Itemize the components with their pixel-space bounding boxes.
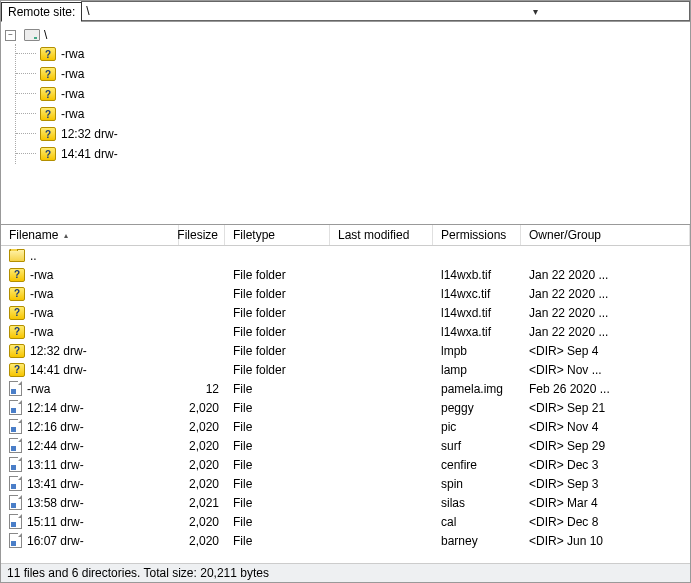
remote-path-combo[interactable]: \ ▾ [81, 1, 690, 21]
file-icon [9, 533, 22, 548]
file-owner: Jan 22 2020 ... [521, 287, 690, 301]
file-type: File folder [225, 363, 330, 377]
file-row[interactable]: ?-rwaFile folderl14wxd.tifJan 22 2020 ..… [1, 303, 690, 322]
file-icon [9, 419, 22, 434]
tree-item[interactable]: ?-rwa [16, 84, 690, 104]
unknown-folder-icon: ? [9, 363, 25, 377]
file-name: 12:14 drw- [27, 401, 84, 415]
tree-collapse-icon[interactable]: − [5, 30, 16, 41]
file-type: File [225, 496, 330, 510]
remote-file-list-pane: Filename ▴ Filesize Filetype Last modifi… [1, 225, 690, 582]
file-type: File [225, 477, 330, 491]
file-row[interactable]: 13:41 drw-2,020Filespin<DIR> Sep 3 [1, 474, 690, 493]
file-list-body[interactable]: ..?-rwaFile folderl14wxb.tifJan 22 2020 … [1, 246, 690, 563]
file-name: 12:44 drw- [27, 439, 84, 453]
file-size: 2,020 [179, 439, 225, 453]
unknown-folder-icon: ? [40, 87, 56, 101]
file-name: -rwa [30, 306, 53, 320]
file-permissions: barney [433, 534, 521, 548]
file-row[interactable]: 16:07 drw-2,020Filebarney<DIR> Jun 10 [1, 531, 690, 550]
file-permissions: peggy [433, 401, 521, 415]
file-name: 16:07 drw- [27, 534, 84, 548]
drive-icon [24, 29, 40, 41]
file-owner: <DIR> Sep 29 [521, 439, 690, 453]
unknown-folder-icon: ? [9, 287, 25, 301]
file-list-header[interactable]: Filename ▴ Filesize Filetype Last modifi… [1, 225, 690, 246]
file-type: File [225, 420, 330, 434]
file-permissions: l14wxa.tif [433, 325, 521, 339]
file-owner: <DIR> Sep 4 [521, 344, 690, 358]
file-permissions: l14wxc.tif [433, 287, 521, 301]
file-name: 13:58 drw- [27, 496, 84, 510]
column-filesize[interactable]: Filesize [179, 225, 225, 245]
file-type: File [225, 534, 330, 548]
column-filename-label: Filename [9, 228, 58, 242]
file-row[interactable]: ?-rwaFile folderl14wxb.tifJan 22 2020 ..… [1, 265, 690, 284]
unknown-folder-icon: ? [40, 107, 56, 121]
tree-item[interactable]: ?-rwa [16, 64, 690, 84]
file-owner: <DIR> Nov 4 [521, 420, 690, 434]
file-name: .. [30, 249, 37, 263]
file-owner: <DIR> Sep 3 [521, 477, 690, 491]
file-permissions: pamela.img [433, 382, 521, 396]
file-owner: <DIR> Nov ... [521, 363, 690, 377]
column-permissions[interactable]: Permissions [433, 225, 521, 245]
file-name: 12:32 drw- [30, 344, 87, 358]
file-owner: <DIR> Jun 10 [521, 534, 690, 548]
chevron-down-icon[interactable]: ▾ [386, 6, 685, 17]
file-size: 2,020 [179, 401, 225, 415]
file-type: File folder [225, 344, 330, 358]
file-name: 15:11 drw- [27, 515, 84, 529]
file-icon [9, 495, 22, 510]
column-last-modified[interactable]: Last modified [330, 225, 433, 245]
file-name: 13:11 drw- [27, 458, 84, 472]
file-permissions: cal [433, 515, 521, 529]
column-owner-group[interactable]: Owner/Group [521, 225, 690, 245]
file-row[interactable]: ?-rwaFile folderl14wxc.tifJan 22 2020 ..… [1, 284, 690, 303]
file-type: File [225, 382, 330, 396]
unknown-folder-icon: ? [9, 268, 25, 282]
file-row[interactable]: 15:11 drw-2,020Filecal<DIR> Dec 8 [1, 512, 690, 531]
column-filename[interactable]: Filename ▴ [1, 225, 179, 245]
file-owner: <DIR> Mar 4 [521, 496, 690, 510]
tree-item[interactable]: ?14:41 drw- [16, 144, 690, 164]
file-row[interactable]: ?12:32 drw-File folderlmpb<DIR> Sep 4 [1, 341, 690, 360]
file-row[interactable]: 12:14 drw-2,020Filepeggy<DIR> Sep 21 [1, 398, 690, 417]
file-type: File folder [225, 287, 330, 301]
file-owner: <DIR> Dec 8 [521, 515, 690, 529]
file-row[interactable]: 12:16 drw-2,020Filepic<DIR> Nov 4 [1, 417, 690, 436]
unknown-folder-icon: ? [9, 325, 25, 339]
file-owner: Jan 22 2020 ... [521, 306, 690, 320]
file-permissions: l14wxb.tif [433, 268, 521, 282]
file-row[interactable]: 13:11 drw-2,020Filecenfire<DIR> Dec 3 [1, 455, 690, 474]
file-row[interactable]: ?14:41 drw-File folderlamp<DIR> Nov ... [1, 360, 690, 379]
remote-tree-pane: Remote site: \ ▾ − \ ?-rwa?-rwa?-rwa?-rw… [1, 1, 690, 225]
unknown-folder-icon: ? [40, 127, 56, 141]
unknown-folder-icon: ? [40, 67, 56, 81]
file-row[interactable]: ?-rwaFile folderl14wxa.tifJan 22 2020 ..… [1, 322, 690, 341]
file-name: 14:41 drw- [30, 363, 87, 377]
file-row[interactable]: 12:44 drw-2,020Filesurf<DIR> Sep 29 [1, 436, 690, 455]
file-type: File folder [225, 306, 330, 320]
file-owner: Jan 22 2020 ... [521, 268, 690, 282]
remote-tree[interactable]: − \ ?-rwa?-rwa?-rwa?-rwa?12:32 drw-?14:4… [1, 21, 690, 224]
file-size: 2,020 [179, 515, 225, 529]
file-size: 2,020 [179, 477, 225, 491]
file-name: -rwa [30, 268, 53, 282]
remote-path-value: \ [86, 4, 385, 18]
file-permissions: pic [433, 420, 521, 434]
file-icon [9, 438, 22, 453]
tree-root-row[interactable]: − \ [5, 26, 690, 44]
tree-item[interactable]: ?12:32 drw- [16, 124, 690, 144]
file-size: 2,021 [179, 496, 225, 510]
file-row[interactable]: -rwa12Filepamela.imgFeb 26 2020 ... [1, 379, 690, 398]
tree-item-label: -rwa [61, 47, 84, 61]
file-size: 12 [179, 382, 225, 396]
tree-item[interactable]: ?-rwa [16, 44, 690, 64]
file-type: File [225, 439, 330, 453]
file-row[interactable]: 13:58 drw-2,021Filesilas<DIR> Mar 4 [1, 493, 690, 512]
file-row[interactable]: .. [1, 246, 690, 265]
tree-item[interactable]: ?-rwa [16, 104, 690, 124]
unknown-folder-icon: ? [40, 47, 56, 61]
column-filetype[interactable]: Filetype [225, 225, 330, 245]
